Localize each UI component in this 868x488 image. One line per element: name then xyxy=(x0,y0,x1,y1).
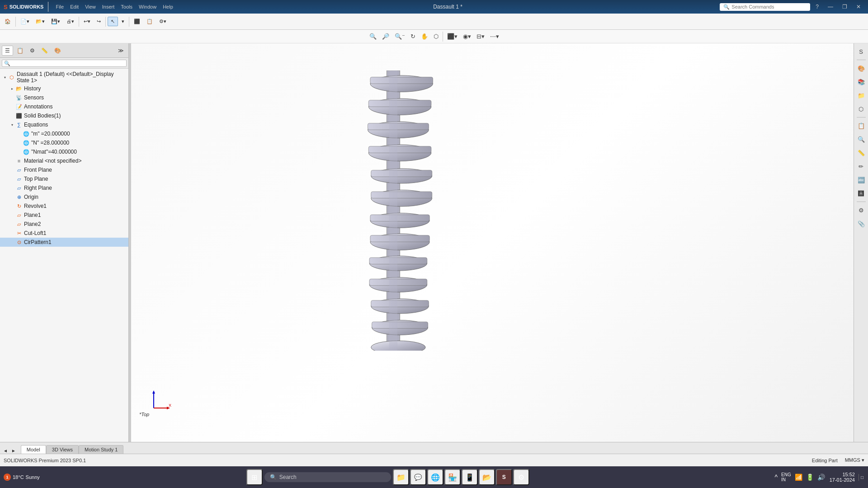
tree-root[interactable]: ▾ ⬡ Dassault 1 (Default) <<Default>_Disp… xyxy=(0,70,128,84)
rp-solidworks-btn[interactable]: S xyxy=(855,45,868,58)
tree-plane2[interactable]: ▸ ▱ Plane2 xyxy=(0,220,128,229)
equations-arrow[interactable]: ▾ xyxy=(9,122,15,128)
redo-button[interactable]: ↪ xyxy=(94,17,104,26)
menu-tools[interactable]: Tools xyxy=(118,3,135,10)
menu-window[interactable]: Window xyxy=(136,3,159,10)
menu-file[interactable]: File xyxy=(53,3,66,10)
filter-input[interactable] xyxy=(2,60,127,67)
start-button[interactable]: ⊞ xyxy=(246,469,263,485)
tray-battery[interactable]: 🔋 xyxy=(805,473,815,482)
taskbar-edge[interactable]: 🌐 xyxy=(427,469,443,485)
home-button[interactable]: 🏠 xyxy=(2,17,14,26)
tree-front-plane[interactable]: ▸ ▱ Front Plane xyxy=(0,165,128,174)
rp-bottom2[interactable]: 📎 xyxy=(855,217,868,230)
taskbar-settings[interactable]: ⚙ xyxy=(513,469,529,485)
tree-origin[interactable]: ▸ ⊕ Origin xyxy=(0,192,128,202)
scroll-tabs-right[interactable]: ► xyxy=(10,448,17,454)
tray-chevron[interactable]: ^ xyxy=(774,473,778,482)
view-more[interactable]: ⋯▾ xyxy=(488,32,501,41)
tree-revolve1[interactable]: ▸ ↻ Revolve1 xyxy=(0,202,128,211)
rp-custom2[interactable]: 🔍 xyxy=(855,133,868,145)
options-button[interactable]: ⚙▾ xyxy=(156,17,169,26)
undo-button[interactable]: ↩▾ xyxy=(81,17,93,26)
taskbar-files[interactable]: 📂 xyxy=(479,469,495,485)
tree-solid-bodies[interactable]: ▸ ⬛ Solid Bodies(1) xyxy=(0,111,128,120)
show-desktop[interactable]: □ xyxy=(859,474,864,481)
units-display[interactable]: MMGS ▾ xyxy=(845,457,864,463)
tab-property-manager[interactable]: 📋 xyxy=(14,46,26,55)
tab-display-manager[interactable]: 🎨 xyxy=(52,46,64,55)
taskbar-chat[interactable]: 💬 xyxy=(410,469,426,485)
search-commands-box[interactable]: 🔍 xyxy=(720,3,810,11)
menu-edit[interactable]: Edit xyxy=(67,3,81,10)
pan-view[interactable]: ✋ xyxy=(419,32,430,41)
tab-dimxpert[interactable]: 📏 xyxy=(38,46,51,55)
taskbar-search[interactable]: 🔍 Search xyxy=(264,472,391,482)
viewport[interactable]: X *Top xyxy=(131,43,854,442)
rp-library[interactable]: 📚 xyxy=(855,75,868,88)
tree-cut-loft1[interactable]: ▸ ✂ Cut-Loft1 xyxy=(0,229,128,238)
tab-motion-study[interactable]: Motion Study 1 xyxy=(79,445,123,454)
tree-plane1[interactable]: ▸ ▱ Plane1 xyxy=(0,211,128,220)
tree-eq-nmat[interactable]: ▸ 🌐 "Nmat"=40.000000 xyxy=(0,147,128,156)
tree-material[interactable]: ▸ ≡ Material <not specified> xyxy=(0,156,128,165)
rp-text-size[interactable]: 🅰 xyxy=(855,187,868,200)
minimize-button[interactable]: — xyxy=(824,4,837,10)
tray-wifi[interactable]: 📶 xyxy=(794,473,803,482)
tree-equations[interactable]: ▾ ∑ Equations xyxy=(0,120,128,129)
display-style[interactable]: ⬛▾ xyxy=(445,32,460,41)
maximize-button[interactable]: ❐ xyxy=(839,4,851,10)
view-orient[interactable]: ⬡ xyxy=(431,32,441,41)
menu-help[interactable]: Help xyxy=(160,3,176,10)
scroll-tabs-left[interactable]: ◄ xyxy=(2,448,9,454)
rp-font[interactable]: 🔤 xyxy=(855,174,868,186)
search-commands-input[interactable] xyxy=(731,4,807,9)
menu-view[interactable]: View xyxy=(82,3,99,10)
new-button[interactable]: 📄▾ xyxy=(18,17,32,26)
tree-eq-n[interactable]: ▸ 🌐 "N" =28.000000 xyxy=(0,138,128,147)
taskbar-phone[interactable]: 📱 xyxy=(462,469,478,485)
tray-volume[interactable]: 🔊 xyxy=(816,473,826,482)
close-button[interactable]: ✕ xyxy=(853,4,864,10)
expand-panel-button[interactable]: ≫ xyxy=(115,46,127,55)
tab-feature-manager[interactable]: ☰ xyxy=(2,46,13,56)
select-button[interactable]: ↖ xyxy=(108,17,118,26)
root-arrow[interactable]: ▾ xyxy=(2,74,8,80)
tree-history[interactable]: ▸ 📂 History xyxy=(0,84,128,93)
rp-custom3[interactable]: 📏 xyxy=(855,146,868,159)
section-view[interactable]: ⊟▾ xyxy=(474,32,487,41)
rp-appearances[interactable]: 🎨 xyxy=(855,62,868,75)
tab-model[interactable]: Model xyxy=(21,445,46,454)
tab-3dviews[interactable]: 3D Views xyxy=(46,445,79,454)
rp-files[interactable]: 📁 xyxy=(855,89,868,102)
print-button[interactable]: 🖨▾ xyxy=(64,17,77,26)
select-arrow[interactable]: ▾ xyxy=(119,17,127,26)
zoom-to-fit[interactable]: 🔍 xyxy=(367,32,379,41)
rebuild-button[interactable]: ⬛ xyxy=(131,17,143,26)
tree-sensors[interactable]: ▸ 📡 Sensors xyxy=(0,93,128,102)
taskbar-store[interactable]: 🏪 xyxy=(444,469,461,485)
save-button[interactable]: 💾▾ xyxy=(48,17,63,26)
help-button[interactable]: ? xyxy=(812,4,822,10)
tree-annotations[interactable]: ▸ 📝 Annotations xyxy=(0,102,128,111)
tray-lang[interactable]: ENGIN xyxy=(780,471,792,483)
rp-custom4[interactable]: ✏ xyxy=(855,160,868,173)
rotate-view[interactable]: ↻ xyxy=(408,32,418,41)
tab-config-manager[interactable]: ⚙ xyxy=(27,46,38,55)
rp-custom1[interactable]: 📋 xyxy=(855,119,868,132)
tree-top-plane[interactable]: ▸ ▱ Top Plane xyxy=(0,174,128,183)
tree-eq-m[interactable]: ▸ 🌐 "m" =20.000000 xyxy=(0,129,128,138)
menu-insert[interactable]: Insert xyxy=(99,3,118,10)
history-arrow[interactable]: ▸ xyxy=(9,85,15,92)
rp-3dcontentcentral[interactable]: ⬡ xyxy=(855,103,868,115)
rp-bottom1[interactable]: ⚙ xyxy=(855,204,868,216)
zoom-prev[interactable]: 🔍⁻ xyxy=(392,32,407,41)
clock[interactable]: 15:52 17-01-2024 xyxy=(830,472,855,483)
taskbar-solidworks[interactable]: S xyxy=(496,469,512,485)
zoom-to-area[interactable]: 🔎 xyxy=(380,32,392,41)
tree-right-plane[interactable]: ▸ ▱ Right Plane xyxy=(0,183,128,192)
view-settings[interactable]: ◉▾ xyxy=(461,32,473,41)
tree-cirpattern1[interactable]: ▸ ⊙ CirPattern1 xyxy=(0,238,128,247)
file-props-button[interactable]: 📋 xyxy=(144,17,156,26)
open-button[interactable]: 📂▾ xyxy=(33,17,47,26)
